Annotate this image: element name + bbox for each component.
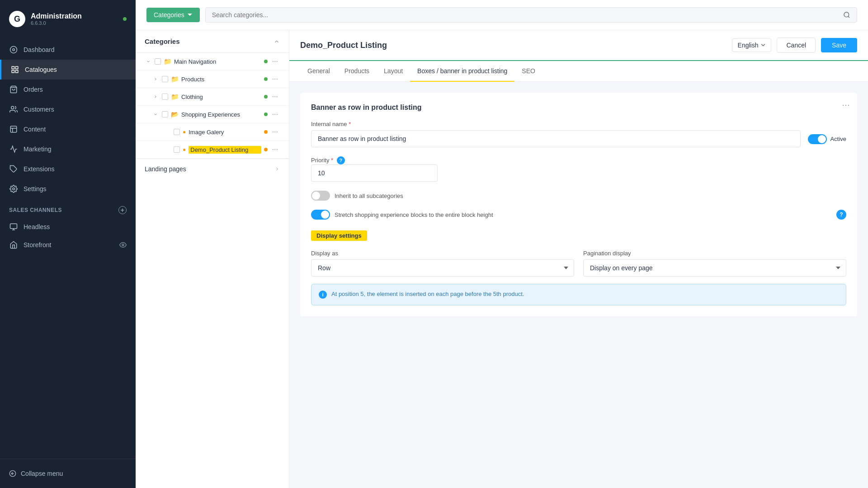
tree-more-shopping-exp[interactable]: ··· (270, 110, 280, 118)
online-indicator (123, 17, 127, 21)
sidebar-item-customers[interactable]: Customers (0, 99, 136, 119)
landing-pages-header[interactable]: Landing pages (136, 159, 289, 179)
tree-item-products[interactable]: 📁 Products ··· (136, 70, 289, 88)
tree-expand-products[interactable] (152, 75, 159, 83)
search-submit-button[interactable] (843, 11, 850, 19)
storefront-visibility-icon[interactable] (119, 241, 127, 249)
page-title: Demo_Product Listing (300, 41, 387, 50)
orders-icon (9, 85, 18, 94)
tree-more-demo-product[interactable]: ··· (270, 145, 280, 154)
language-selector[interactable]: English (732, 38, 772, 52)
tab-general[interactable]: General (300, 61, 337, 82)
sidebar-item-marketing[interactable]: Marketing (0, 139, 136, 159)
sidebar-logo: G Administration 6.6.3.0 (0, 0, 136, 36)
tree-checkbox-products[interactable] (162, 76, 168, 82)
logo-icon: G (9, 11, 25, 27)
inherit-toggle[interactable] (311, 191, 330, 201)
catalogues-icon (10, 65, 19, 74)
priority-info-button[interactable]: ? (337, 156, 345, 164)
folder-icon-products: 📁 (171, 75, 179, 83)
tree-item-main-navigation[interactable]: 📁 Main Navigation ··· (136, 53, 289, 70)
tree-item-clothing[interactable]: 📁 Clothing ··· (136, 88, 289, 106)
display-as-label: Display as (311, 250, 574, 257)
sidebar-item-content[interactable]: Content (0, 119, 136, 139)
landing-pages-section: Landing pages (136, 159, 289, 179)
sidebar-item-dashboard[interactable]: Dashboard (0, 40, 136, 60)
categories-panel: Categories 📁 Main Navigation ··· (136, 30, 289, 488)
sidebar-item-orders[interactable]: Orders (0, 80, 136, 99)
sidebar-item-catalogues[interactable]: Catalogues (0, 60, 136, 80)
stretch-help-button[interactable]: ? (836, 210, 846, 220)
tab-products[interactable]: Products (337, 61, 377, 82)
orange-circle-icon-demo: ● (183, 146, 186, 153)
add-sales-channel-button[interactable]: + (118, 206, 127, 214)
tree-item-shopping-experiences[interactable]: 📂 Shopping Experiences ··· (136, 106, 289, 123)
svg-point-1 (13, 49, 15, 51)
dashboard-label: Dashboard (24, 46, 55, 53)
tree-more-main-nav[interactable]: ··· (270, 57, 280, 66)
inherit-row: Inherit to all subcategories (311, 191, 846, 201)
categories-collapse-button[interactable] (274, 38, 280, 45)
tree-checkbox-clothing[interactable] (162, 94, 168, 100)
dashboard-icon (9, 45, 18, 54)
tree-expand-clothing[interactable] (152, 93, 159, 100)
tree-label-image-gallery: Image Galery (189, 129, 261, 136)
language-value: English (738, 42, 759, 49)
tree-more-clothing[interactable]: ··· (270, 93, 280, 101)
internal-name-label: Internal name * (311, 121, 801, 127)
tree-more-image-gallery[interactable]: ··· (270, 128, 280, 136)
stretch-toggle[interactable] (311, 210, 330, 220)
tree-checkbox-shopping-exp[interactable] (162, 111, 168, 117)
tree-checkbox-main-nav[interactable] (155, 58, 161, 65)
tree-item-image-gallery[interactable]: ● Image Galery ··· (136, 123, 289, 141)
settings-icon (9, 184, 18, 193)
more-actions-button[interactable]: ⋯ (842, 100, 850, 110)
tree-label-clothing: Clothing (181, 94, 261, 100)
pagination-label: Pagination display (583, 250, 846, 257)
search-input[interactable] (212, 11, 840, 19)
orders-label: Orders (24, 86, 43, 93)
sidebar-item-extensions[interactable]: Extensions (0, 159, 136, 179)
save-button[interactable]: Save (821, 38, 857, 52)
display-settings-badge: Display settings (311, 230, 367, 241)
tree-label-products: Products (181, 76, 261, 83)
content-icon (9, 125, 18, 134)
svg-rect-2 (12, 66, 14, 69)
sidebar-nav: Dashboard Catalogues Orders Customers (0, 36, 136, 459)
collapse-menu-button[interactable]: Collapse menu (9, 466, 127, 481)
sales-channels-section: Sales Channels + (0, 199, 136, 218)
categories-btn-label: Categories (154, 11, 184, 19)
categories-dropdown-button[interactable]: Categories (146, 8, 200, 22)
folder-icon: 📁 (164, 58, 171, 65)
tree-expand-main-nav[interactable] (145, 58, 152, 65)
tree-more-products[interactable]: ··· (270, 75, 280, 83)
cancel-button[interactable]: Cancel (777, 38, 816, 53)
sidebar-item-storefront[interactable]: Storefront (0, 236, 136, 254)
logo-title: Administration (31, 12, 82, 20)
priority-input[interactable] (311, 164, 438, 182)
sidebar-item-headless[interactable]: Headless (0, 218, 136, 236)
active-toggle[interactable] (808, 134, 827, 144)
catalogues-label: Catalogues (25, 66, 57, 73)
tab-seo[interactable]: SEO (514, 61, 542, 82)
internal-name-input[interactable] (311, 130, 801, 147)
sidebar-bottom: Collapse menu (0, 459, 136, 488)
logo-text: Administration 6.6.3.0 (31, 12, 82, 26)
tree-label-main-nav: Main Navigation (174, 58, 261, 65)
content-label: Content (24, 126, 46, 133)
display-as-select[interactable]: Row (311, 259, 574, 277)
tree-checkbox-image-gallery[interactable] (174, 129, 180, 135)
tab-boxes-banner[interactable]: Boxes / banner in product listing (410, 61, 514, 82)
headless-label: Headless (24, 223, 127, 230)
tree-expand-shopping-exp[interactable] (152, 111, 159, 118)
tree-checkbox-demo-product[interactable] (174, 146, 180, 153)
form-content: ⋯ Banner as row in product listing Inter… (289, 82, 868, 488)
tab-layout[interactable]: Layout (377, 61, 410, 82)
sidebar-item-settings[interactable]: Settings (0, 179, 136, 199)
tree-item-demo-product-listing[interactable]: ● Demo_Product Listing ··· (136, 141, 289, 159)
pagination-select[interactable]: Display on every page (583, 259, 846, 277)
page-body: Categories 📁 Main Navigation ··· (136, 30, 868, 488)
info-box-text: At position 5, the element is inserted o… (331, 291, 524, 297)
marketing-label: Marketing (24, 145, 51, 153)
svg-point-15 (844, 12, 849, 17)
